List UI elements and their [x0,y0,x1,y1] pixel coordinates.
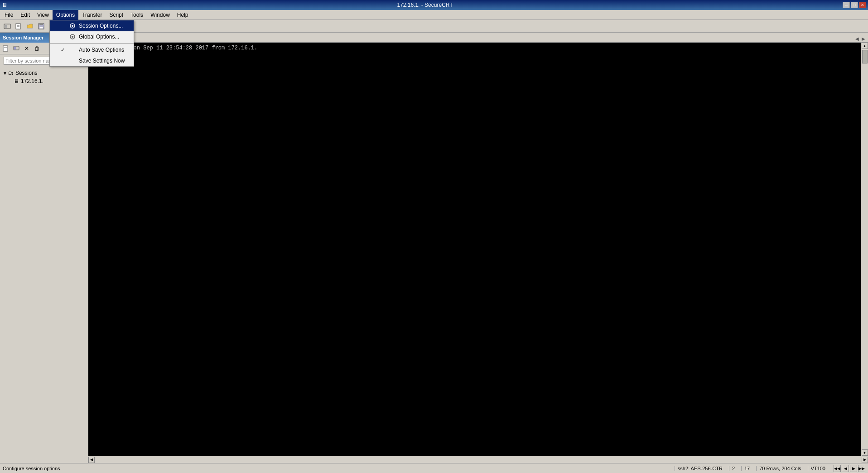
toolbar-connect-btn[interactable] [2,21,13,31]
status-col: 17 [741,466,752,471]
svg-rect-1 [5,25,7,28]
terminal-line-1: Last login: Mon Sep 11 23:54:28 2017 fro… [91,44,858,52]
menu-window[interactable]: Window [147,10,174,20]
save-now-icon [69,57,76,64]
auto-save-label: Auto Save Options [79,47,124,53]
dropdown-auto-save[interactable]: ✓ Auto Save Options [50,44,134,55]
terminal-area: 172.16.1. ✕ ◀ ▶ Last login: Mon Sep 11 2… [88,33,868,463]
toolbar-save-btn[interactable] [36,21,47,31]
scrollbar-up-arrow[interactable]: ▲ [862,43,868,49]
sm-delete-btn[interactable]: 🗑 [32,44,42,53]
global-options-check [59,34,66,40]
terminal-line-2: bogon ~]# [91,52,858,59]
title-bar-text: 172.16.1. - SecureCRT [397,2,453,8]
menu-transfer[interactable]: Transfer [78,10,106,20]
scrollbar-thumb[interactable] [862,50,868,63]
hscrollbar-left-arrow[interactable]: ◀ [88,457,95,463]
status-right: ssh2: AES-256-CTR 2 17 70 Rows, 204 Cols… [675,465,865,472]
tree-item-label: 172.16.1. [21,78,43,84]
toolbar-open-btn[interactable] [24,21,35,31]
title-bar: 🖥 172.16.1. - SecureCRT ─ □ ✕ [0,0,868,10]
svg-rect-7 [39,27,43,29]
menu-help[interactable]: Help [174,10,192,20]
main-layout: Session Manager ◀ ▶ ✕ 🗑 ▼ 🗂 Sessions [0,33,868,463]
session-options-icon [69,22,76,29]
tree-root-label: Sessions [15,70,38,76]
svg-rect-11 [3,46,8,51]
status-left-text: Configure session options [3,466,675,471]
status-connection: ssh2: AES-256-CTR [675,466,725,471]
sm-disconnect-btn[interactable]: ✕ [22,44,32,53]
menu-script[interactable]: Script [106,10,127,20]
nav-btn-3[interactable]: ▶ [850,465,857,472]
auto-save-icon [69,46,76,54]
nav-btn-2[interactable]: ◀ [842,465,849,472]
status-dimensions: 70 Rows, 204 Cols [756,466,804,471]
status-encoding: VT100 [808,466,828,471]
menu-bar: File Edit View Options Transfer Script T… [0,10,868,20]
svg-rect-14 [14,47,16,49]
menu-tools[interactable]: Tools [127,10,147,20]
save-now-label: Save Settings Now [79,58,125,64]
terminal-wrapper: Last login: Mon Sep 11 23:54:28 2017 fro… [88,43,868,456]
menu-view[interactable]: View [34,10,53,20]
session-tree: ▼ 🗂 Sessions 🖥 172.16.1. [0,67,88,463]
session-options-check [59,23,66,29]
session-manager-panel: Session Manager ◀ ▶ ✕ 🗑 ▼ 🗂 Sessions [0,33,88,463]
dropdown-separator [50,43,134,44]
status-row: 2 [729,466,738,471]
toolbar-new-btn[interactable] [13,21,24,31]
horizontal-scrollbar[interactable]: ◀ ▶ [88,456,868,463]
terminal-content[interactable]: Last login: Mon Sep 11 23:54:28 2017 fro… [88,43,861,456]
title-bar-buttons: ─ □ ✕ [843,2,866,8]
menu-options[interactable]: Options [53,10,78,20]
nav-btn-1[interactable]: ◀◀ [834,465,841,472]
nav-btn-4[interactable]: ▶▶ [858,465,865,472]
status-bar: Configure session options ssh2: AES-256-… [0,463,868,473]
tab-nav-right: ◀ ▶ [854,35,868,42]
menu-file[interactable]: File [1,10,17,20]
dropdown-session-options[interactable]: Session Options... [50,20,134,31]
sm-new-btn[interactable] [1,44,11,53]
options-dropdown-menu: Session Options... Global Options... ✓ A… [49,20,134,67]
hscrollbar-right-arrow[interactable]: ▶ [862,457,868,463]
auto-save-check: ✓ [59,47,66,53]
tab-bar: 172.16.1. ✕ ◀ ▶ [88,33,868,43]
tab-nav-left-btn[interactable]: ◀ [854,35,860,42]
global-options-icon [69,33,76,40]
maximize-button[interactable]: □ [851,2,858,8]
menu-edit[interactable]: Edit [17,10,34,20]
tree-expand-icon: ▼ [3,71,7,76]
sessions-folder-icon: 🗂 [8,70,14,76]
svg-rect-6 [39,24,43,25]
close-button[interactable]: ✕ [859,2,866,8]
minimize-button[interactable]: ─ [843,2,850,8]
session-options-label: Session Options... [79,23,123,29]
vertical-scrollbar[interactable]: ▲ ▼ [861,43,868,456]
dropdown-global-options[interactable]: Global Options... [50,31,134,42]
svg-point-16 [72,25,73,27]
svg-point-18 [72,36,73,38]
session-manager-title: Session Manager [3,35,43,40]
save-now-check [59,58,66,64]
tab-nav-right-btn[interactable]: ▶ [861,35,866,42]
dropdown-save-now[interactable]: Save Settings Now [50,55,134,66]
title-bar-icon: 🖥 [2,2,7,8]
tree-item-172[interactable]: 🖥 172.16.1. [1,77,87,85]
global-options-label: Global Options... [79,34,119,40]
status-nav-buttons: ◀◀ ◀ ▶ ▶▶ [834,465,865,472]
sm-connect-btn[interactable] [11,44,21,53]
scrollbar-down-arrow[interactable]: ▼ [862,449,868,456]
server-icon: 🖥 [14,78,19,84]
hscrollbar-track [95,457,862,463]
tree-sessions-root[interactable]: ▼ 🗂 Sessions [1,69,87,77]
